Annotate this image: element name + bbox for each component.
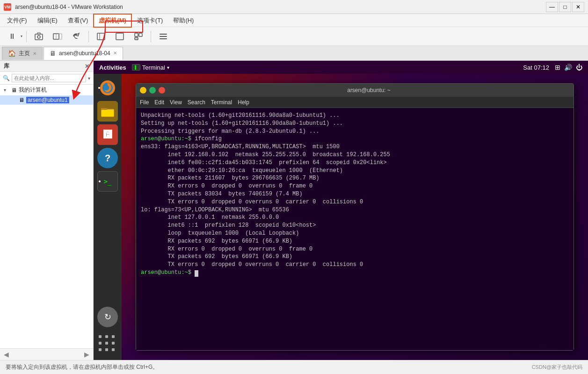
terminal-taskbar-icon: ▌ [132,64,140,71]
terminal-line: ens33: flags=4163<UP,BROADCAST,RUNNING,M… [141,143,569,151]
revert-button[interactable] [68,29,85,44]
search-dropdown-icon[interactable]: ▾ [88,76,90,81]
taskbar-icon-terminal[interactable]: >_ [97,171,118,192]
tree-item-mycomputer[interactable]: ▾ 🖥 我的计算机 [0,85,93,95]
sidebar-header: 库 ✕ [0,61,93,72]
desktop-area[interactable]: Trash arsen@ubuntu: ~ File Edit [122,74,588,360]
terminal-menu-terminal[interactable]: Terminal [211,99,232,106]
taskbar-icon-help[interactable]: ? [97,148,118,168]
svg-rect-18 [102,110,114,116]
menu-tab[interactable]: 选项卡(T) [132,14,168,27]
taskbar-icon-updater[interactable]: ↻ [97,307,118,327]
activities-button[interactable]: Activities [99,64,126,71]
close-button[interactable]: ✕ [572,2,584,12]
search-icon: 🔍 [3,75,10,81]
sidebar-nav-prev[interactable]: ◀ [2,350,11,359]
taskbar-apps-grid[interactable] [97,334,118,354]
tab-bar: 🏠 主页 ✕ 🖥 arsen@ubuntu18-04 ✕ [0,46,588,61]
terminal-menu-view[interactable]: View [170,99,182,106]
terminal-line: inet6 ::1 prefixlen 128 scopeid 0x10<hos… [141,222,569,230]
terminal-line: RX errors 0 dropped 0 overruns 0 frame 0 [141,245,569,253]
terminal-line: Unpacking net-tools (1.60+git20161116.90… [141,112,569,120]
apps-dot-7 [99,348,102,351]
ubuntu-desktop[interactable]: 🅰 ? >_ ↻ [94,74,588,360]
vm-content[interactable]: Activities ▌ Terminal ▾ Sat 07:12 ⊞ 🔊 ⏻ [94,61,588,360]
sidebar-close-button[interactable]: ✕ [85,63,89,70]
taskbar-dot-firefox [98,87,100,89]
terminal-titlebar: arsen@ubuntu: ~ [136,84,573,97]
terminal-window[interactable]: arsen@ubuntu: ~ File Edit View Search Te… [136,83,574,351]
svg-rect-10 [135,37,138,40]
terminal-line: arsen@ubuntu:~$ ifconfig [141,135,569,143]
pause-arrow-icon: ▾ [21,34,22,38]
svg-rect-1 [37,33,40,34]
svg-rect-0 [35,34,43,40]
app-icon: VM [4,3,11,11]
menu-bar: 文件(F) 编辑(E) 查看(V) 虚拟机(M) 选项卡(T) 帮助(H) [0,14,588,27]
snapshot-button[interactable] [30,29,47,44]
menu-view[interactable]: 查看(V) [63,14,93,27]
terminal-line: RX packets 211607 bytes 296766635 (296.7… [141,174,569,182]
main-area: 库 ✕ 🔍 ▾ ▾ 🖥 我的计算机 🖥 arsen@ubuntu1 ◀ ▶ [0,61,588,360]
terminal-menu-search[interactable]: Search [188,99,205,106]
terminal-prompt-final: arsen@ubuntu:~$ [141,269,195,276]
pause-button[interactable]: ⏸ [4,29,21,44]
software-label: 🅰 [103,130,112,140]
menu-help[interactable]: 帮助(H) [168,14,199,27]
svg-rect-12 [160,36,167,37]
terminal-maximize-button[interactable] [149,87,156,94]
tab-home[interactable]: 🏠 主页 ✕ [2,47,43,60]
menu-vm[interactable]: 虚拟机(M) [93,14,132,28]
menu-file[interactable]: 文件(F) [2,14,32,27]
maximize-button[interactable]: □ [559,2,571,12]
svg-rect-17 [101,108,107,110]
window-controls: — □ ✕ [546,2,584,12]
sidebar: 库 ✕ 🔍 ▾ ▾ 🖥 我的计算机 🖥 arsen@ubuntu1 ◀ ▶ [0,61,94,360]
terminal-indicator[interactable]: ▌ Terminal ▾ [132,64,169,71]
terminal-menubar: File Edit View Search Terminal Help [136,97,573,108]
svg-rect-9 [139,33,142,36]
terminal-line: ether 00:0c:29:10:26:ca txqueuelen 1000 … [141,167,569,175]
tree-item-arsen[interactable]: 🖥 arsen@ubuntu1 [0,95,93,105]
apps-dot-8 [105,348,108,351]
terminal-menu-help[interactable]: Help [238,99,249,106]
settings-button[interactable] [155,29,172,44]
svg-rect-7 [116,33,123,40]
terminal-cursor [195,270,198,277]
tree-label-mycomputer: 我的计算机 [19,86,47,94]
sidebar-nav-next[interactable]: ▶ [82,350,91,359]
terminal-body[interactable]: Unpacking net-tools (1.60+git20161116.90… [136,108,573,350]
firefox-svg [99,79,116,97]
help-label: ? [105,153,110,164]
minimize-button[interactable]: — [546,2,558,12]
terminal-line: TX errors 0 dropped 0 overruns 0 carrier… [141,198,569,206]
terminal-close-button[interactable] [159,87,165,94]
taskbar-icon-files[interactable] [97,101,118,122]
network-icon: ⊞ [555,64,560,71]
terminal-menu-edit[interactable]: Edit [154,99,164,106]
taskbar-icon-software[interactable]: 🅰 [97,124,118,145]
terminal-line: RX packets 692 bytes 66971 (66.9 KB) [141,237,569,245]
terminal-line: inet6 fe80::c2f1:da45:b033:1745 prefixle… [141,159,569,167]
svg-rect-13 [160,38,167,39]
full-screen-button[interactable] [93,29,109,44]
terminal-menu-arrow: ▾ [167,65,169,70]
tab-home-close[interactable]: ✕ [33,51,36,56]
apps-dot-5 [105,342,108,345]
clone-button[interactable] [49,29,66,44]
terminal-minimize-button[interactable] [140,87,146,94]
terminal-menu-file[interactable]: File [140,99,149,106]
terminal-line: Setting up net-tools (1.60+git20161116.9… [141,120,569,128]
search-input[interactable] [12,74,86,82]
unity-button[interactable] [130,29,147,44]
apps-dot-3 [112,335,115,338]
toolbar: ⏸ ▾ [0,27,588,46]
tab-vm-close[interactable]: ✕ [113,50,117,56]
tab-vm[interactable]: 🖥 arsen@ubuntu18-04 ✕ [44,47,123,60]
taskbar-dot-terminal [99,180,101,182]
taskbar-icon-firefox[interactable] [97,78,118,98]
status-bar: 要将输入定向到该虚拟机，请在虚拟机内部单击或按 Ctrl+G。 CSDN@家子也… [0,360,588,374]
pause-button-group[interactable]: ⏸ ▾ [4,29,22,44]
single-view-button[interactable] [111,29,128,44]
menu-edit[interactable]: 编辑(E) [32,14,63,27]
